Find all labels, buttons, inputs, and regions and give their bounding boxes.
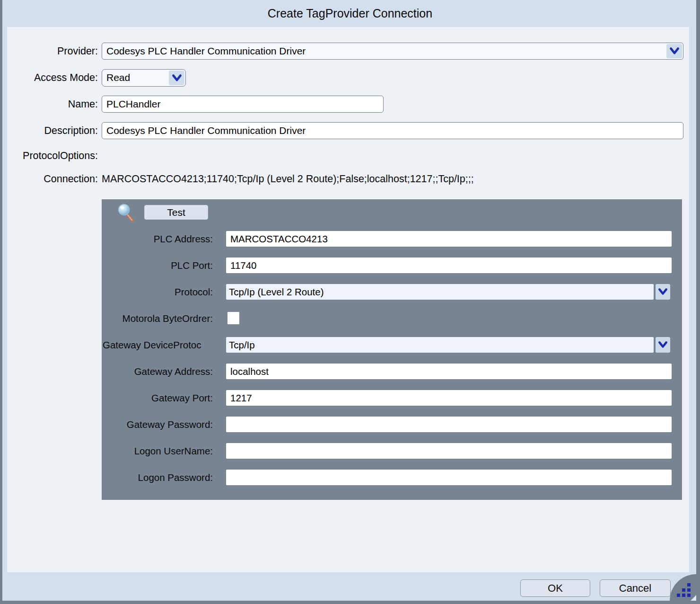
- access-mode-value: Read: [106, 72, 130, 83]
- description-label: Description:: [0, 122, 98, 139]
- gateway-port-label: Gateway Port:: [102, 390, 213, 406]
- connection-label: Connection:: [0, 172, 98, 186]
- access-mode-select[interactable]: Read: [102, 69, 186, 87]
- description-input[interactable]: [102, 122, 683, 139]
- access-mode-label: Access Mode:: [0, 69, 98, 87]
- logon-password-input[interactable]: [226, 470, 672, 485]
- logon-password-row: Logon Password:: [102, 470, 682, 486]
- protocol-dropdown-button[interactable]: [656, 284, 670, 300]
- provider-label: Provider:: [0, 43, 98, 60]
- provider-value: Codesys PLC Handler Communication Driver: [106, 45, 306, 56]
- plc-address-label: PLC Address:: [102, 231, 213, 247]
- magnifier-icon: [117, 204, 135, 222]
- connection-string: MARCOSTACCO4213;11740;Tcp/Ip (Level 2 Ro…: [102, 172, 474, 186]
- gateway-password-input[interactable]: [226, 417, 672, 432]
- dialog-titlebar[interactable]: Create TagProvider Connection: [0, 0, 700, 27]
- protocol-label: Protocol:: [102, 284, 213, 300]
- logon-username-label: Logon UserName:: [102, 443, 213, 459]
- chevron-down-icon: [658, 341, 668, 349]
- test-button[interactable]: Test: [144, 205, 208, 220]
- gateway-deviceprotocol-row: Gateway DeviceProtoc Tcp/Ip: [102, 337, 682, 353]
- protocol-value: Tcp/Ip (Level 2 Route): [229, 286, 324, 297]
- gateway-deviceprotocol-label: Gateway DeviceProtoc: [103, 337, 214, 353]
- plc-address-row: PLC Address:: [102, 231, 682, 247]
- protocol-options-label: ProtocolOptions:: [0, 149, 98, 162]
- gateway-address-row: Gateway Address:: [102, 364, 682, 380]
- chevron-down-icon: [658, 288, 668, 296]
- chevron-down-icon: [669, 47, 680, 55]
- protocol-row: Protocol: Tcp/Ip (Level 2 Route): [102, 284, 682, 300]
- logon-username-input[interactable]: [226, 443, 672, 459]
- gateway-port-row: Gateway Port:: [102, 390, 682, 406]
- create-tagprovider-connection-dialog: Create TagProvider Connection Provider: …: [0, 0, 700, 604]
- gateway-deviceprotocol-value: Tcp/Ip: [229, 339, 255, 350]
- gateway-deviceprotocol-dropdown-button[interactable]: [656, 337, 670, 353]
- motorola-byteorder-checkbox[interactable]: [228, 312, 239, 324]
- protocol-select[interactable]: Tcp/Ip (Level 2 Route): [226, 284, 654, 300]
- plc-port-input[interactable]: [226, 258, 672, 273]
- provider-select[interactable]: Codesys PLC Handler Communication Driver: [102, 43, 683, 60]
- gateway-password-label: Gateway Password:: [102, 417, 213, 432]
- motorola-byteorder-label: Motorola ByteOrdrer:: [102, 311, 213, 326]
- plc-address-input[interactable]: [226, 231, 672, 247]
- access-mode-dropdown-button[interactable]: [169, 71, 184, 85]
- gateway-port-input[interactable]: [226, 390, 672, 406]
- logon-username-row: Logon UserName:: [102, 443, 682, 459]
- cancel-button[interactable]: Cancel: [600, 579, 671, 597]
- gateway-deviceprotocol-select[interactable]: Tcp/Ip: [226, 337, 654, 353]
- plc-port-label: PLC Port:: [102, 258, 213, 273]
- gateway-address-input[interactable]: [226, 364, 672, 379]
- resize-grip[interactable]: [666, 570, 696, 601]
- gateway-address-label: Gateway Address:: [102, 364, 213, 379]
- ok-button[interactable]: OK: [520, 579, 590, 597]
- logon-password-label: Logon Password:: [102, 470, 213, 485]
- motorola-byteorder-row: Motorola ByteOrdrer:: [102, 311, 682, 327]
- chevron-down-icon: [172, 74, 182, 82]
- name-label: Name:: [0, 96, 98, 113]
- dialog-title: Create TagProvider Connection: [268, 7, 432, 20]
- plc-port-row: PLC Port:: [102, 258, 682, 274]
- name-input[interactable]: [102, 96, 384, 113]
- provider-dropdown-button[interactable]: [666, 44, 682, 58]
- gateway-password-row: Gateway Password:: [102, 417, 682, 433]
- protocol-options-panel: Test PLC Address: PLC Port: Protocol: Tc…: [102, 199, 682, 500]
